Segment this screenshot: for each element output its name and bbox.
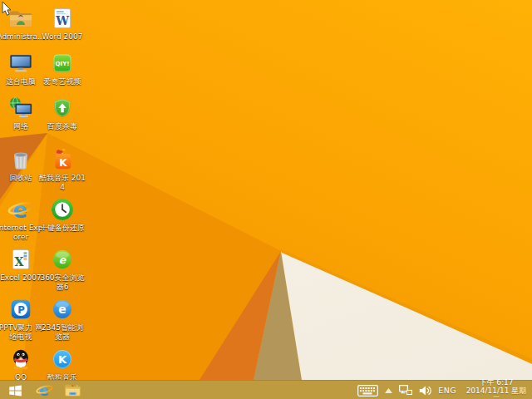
internet-explorer-icon: e xyxy=(0,196,42,223)
language-indicator[interactable]: ENG xyxy=(438,386,456,395)
svg-text:K: K xyxy=(59,157,67,169)
pptv-icon: P xyxy=(0,296,42,323)
touch-keyboard-button[interactable] xyxy=(357,385,378,397)
desktop-icon-kugou-music[interactable]: K 酷狗音乐 xyxy=(42,346,83,382)
desktop-icon-this-pc[interactable]: 这台电脑 xyxy=(0,50,42,86)
desktop-icon-network[interactable]: 网络 xyxy=(0,95,42,131)
desktop-icon-label: 360安全浏览器6 xyxy=(38,273,86,292)
desktop-icon-iqiyi[interactable]: QIY! 爱奇艺视频 xyxy=(42,50,83,86)
mouse-cursor xyxy=(2,1,12,17)
desktop-icon-2345-browser[interactable]: e 2345智能浏览器 xyxy=(42,296,83,342)
2345-browser-icon: e xyxy=(42,296,83,323)
desktop-icon-label: 酷我音乐 2014 xyxy=(38,174,86,192)
desktop-icon-excel-2007[interactable]: X Excel 2007 xyxy=(0,246,42,283)
desktop-icon-word-2007[interactable]: W Word 2007 xyxy=(42,5,83,42)
qq-penguin-icon xyxy=(0,346,42,372)
desktop-icon-baidu-antivirus[interactable]: 百度杀毒 xyxy=(42,95,83,131)
svg-text:X: X xyxy=(14,255,23,268)
volume-icon[interactable] xyxy=(419,386,431,396)
desktop-icon-pptv[interactable]: P PPTV聚力 网络电视 xyxy=(0,296,42,342)
recycle-bin-icon xyxy=(0,146,42,173)
svg-text:e: e xyxy=(12,198,27,223)
svg-text:e: e xyxy=(59,254,66,266)
desktop-icon-qq[interactable]: QQ xyxy=(0,346,42,382)
svg-text:W: W xyxy=(55,14,69,27)
svg-text:e: e xyxy=(39,382,49,398)
kuwo-music-icon: ♪ K xyxy=(42,146,83,173)
taskbar: e xyxy=(0,380,532,399)
start-button[interactable] xyxy=(0,381,30,399)
iqiyi-video-icon: QIY! xyxy=(42,50,83,76)
network-status-icon[interactable] xyxy=(399,385,412,397)
svg-text:e: e xyxy=(58,303,66,316)
clock-time: 下午 6:17 xyxy=(463,378,530,387)
desktop-icon-label: 百度杀毒 xyxy=(38,122,86,131)
desktop-icon-label: Word 2007 xyxy=(38,32,86,42)
desktop-icon-label: 一键备份还原 xyxy=(38,224,86,233)
windows-logo-icon xyxy=(8,383,22,397)
svg-text:K: K xyxy=(58,353,67,366)
desktop-icon-360-browser[interactable]: e 360安全浏览器6 xyxy=(42,246,83,292)
taskbar-internet-explorer[interactable]: e xyxy=(30,381,58,399)
show-hidden-icons-button[interactable] xyxy=(385,388,392,393)
svg-text:P: P xyxy=(17,304,25,316)
taskbar-clock[interactable]: 下午 6:17 2014/11/11 星期二 xyxy=(463,378,530,399)
svg-text:QIY!: QIY! xyxy=(56,61,70,67)
desktop-icon-recycle-bin[interactable]: 回收站 xyxy=(0,146,42,183)
excel-document-icon: X xyxy=(0,246,42,273)
desktop: Administra... W Word 2007 这台电脑 xyxy=(0,0,532,399)
desktop-icon-label: 2345智能浏览器 xyxy=(38,323,86,342)
clock-date: 2014/11/11 星期二 xyxy=(463,387,530,399)
baidu-antivirus-shield-icon xyxy=(42,95,83,121)
kugou-music-icon: K xyxy=(42,346,83,372)
desktop-icon-backup-restore[interactable]: 一键备份还原 xyxy=(42,196,83,233)
computer-monitor-icon xyxy=(0,50,42,76)
internet-explorer-icon: e xyxy=(36,382,53,399)
word-document-icon: W xyxy=(42,5,83,32)
desktop-icon-label: 爱奇艺视频 xyxy=(38,77,86,86)
taskbar-file-explorer[interactable] xyxy=(58,381,86,399)
360-browser-icon: e xyxy=(42,246,83,273)
backup-restore-clock-icon xyxy=(42,196,83,223)
desktop-icon-kuwo-music[interactable]: ♪ K 酷我音乐 2014 xyxy=(42,146,83,192)
desktop-icon-internet-explorer[interactable]: e Internet Explorer xyxy=(0,196,42,242)
network-globe-monitor-icon xyxy=(0,95,42,121)
system-tray: ENG 下午 6:17 2014/11/11 星期二 xyxy=(357,381,530,399)
file-explorer-folder-icon xyxy=(64,382,81,399)
